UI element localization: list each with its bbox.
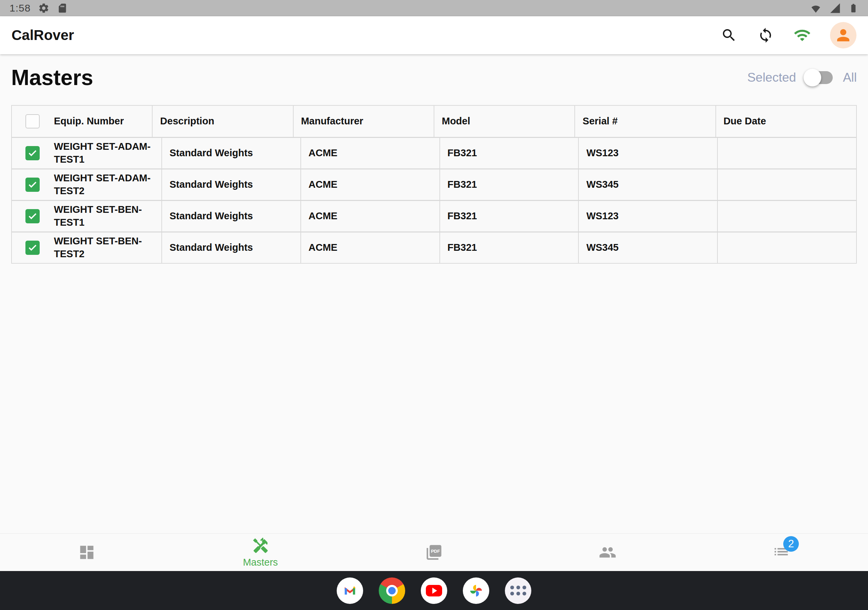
row-checkbox[interactable] bbox=[25, 178, 40, 192]
work-list-badge: 2 bbox=[783, 536, 799, 552]
table-header-row: Equip. Number Description Manufacturer M… bbox=[12, 106, 856, 137]
due-date bbox=[718, 169, 856, 200]
gmail-logo-icon bbox=[342, 583, 358, 599]
pdf-icon: PDF bbox=[425, 543, 443, 561]
equip-number: WEIGHT SET-ADAM-TEST1 bbox=[54, 140, 154, 166]
description: Standard Weights bbox=[162, 169, 301, 200]
equip-number: WEIGHT SET-BEN-TEST1 bbox=[54, 203, 154, 229]
equip-number: WEIGHT SET-BEN-TEST2 bbox=[54, 235, 154, 260]
description: Standard Weights bbox=[162, 201, 301, 231]
handyman-tools-icon bbox=[251, 537, 269, 554]
check-icon bbox=[28, 180, 38, 190]
nav-work-list[interactable]: 2 bbox=[694, 543, 868, 562]
check-icon bbox=[28, 148, 38, 158]
user-avatar[interactable] bbox=[830, 22, 857, 48]
nav-dashboard[interactable] bbox=[0, 543, 174, 561]
wifi-status-icon[interactable] bbox=[794, 26, 811, 44]
due-date bbox=[718, 201, 856, 231]
masters-table: Equip. Number Description Manufacturer M… bbox=[11, 105, 857, 264]
row-checkbox[interactable] bbox=[25, 146, 40, 160]
app-drawer-icon[interactable] bbox=[505, 577, 531, 604]
switch-thumb bbox=[804, 69, 821, 87]
settings-gear-icon bbox=[38, 2, 50, 14]
person-icon bbox=[834, 26, 852, 44]
selected-all-toggle-group: Selected All bbox=[747, 71, 857, 85]
col-model: Model bbox=[434, 106, 574, 137]
page-title: Masters bbox=[11, 65, 93, 90]
nav-masters-active[interactable]: Masters bbox=[174, 537, 347, 568]
table-row[interactable]: WEIGHT SET-BEN-TEST2 Standard Weights AC… bbox=[12, 232, 856, 263]
row-checkbox[interactable] bbox=[25, 209, 40, 223]
main-content: Masters Selected All Equip. Number Descr… bbox=[0, 54, 868, 534]
col-due-date: Due Date bbox=[716, 106, 856, 137]
people-icon bbox=[599, 543, 617, 561]
table-row[interactable]: WEIGHT SET-ADAM-TEST1 Standard Weights A… bbox=[12, 138, 856, 169]
manufacturer: ACME bbox=[301, 232, 439, 263]
toggle-off-label: Selected bbox=[747, 71, 796, 85]
model: FB321 bbox=[440, 138, 578, 169]
model: FB321 bbox=[440, 169, 578, 200]
nav-masters-label: Masters bbox=[243, 557, 278, 568]
chrome-logo-icon bbox=[386, 585, 398, 596]
sim-card-icon bbox=[57, 3, 68, 14]
dashboard-icon bbox=[78, 543, 96, 561]
photos-app-icon[interactable] bbox=[463, 577, 489, 604]
nav-people[interactable] bbox=[521, 543, 694, 561]
col-equip-number: Equip. Number bbox=[54, 115, 124, 128]
model: FB321 bbox=[440, 232, 578, 263]
manufacturer: ACME bbox=[301, 169, 439, 200]
youtube-logo-icon bbox=[426, 585, 442, 596]
status-signal-icon bbox=[829, 2, 841, 14]
bottom-nav: Masters PDF 2 bbox=[0, 534, 868, 571]
chrome-app-icon[interactable] bbox=[379, 577, 405, 604]
col-manufacturer: Manufacturer bbox=[294, 106, 434, 137]
col-serial: Serial # bbox=[575, 106, 715, 137]
status-wifi-icon bbox=[810, 2, 822, 14]
col-description: Description bbox=[153, 106, 293, 137]
serial: WS123 bbox=[579, 201, 717, 231]
table-row[interactable]: WEIGHT SET-BEN-TEST1 Standard Weights AC… bbox=[12, 201, 856, 231]
select-all-checkbox[interactable] bbox=[25, 114, 40, 129]
android-taskbar bbox=[0, 571, 868, 610]
serial: WS345 bbox=[579, 232, 717, 263]
row-checkbox[interactable] bbox=[25, 241, 40, 255]
sync-icon[interactable] bbox=[757, 26, 774, 44]
due-date bbox=[718, 138, 856, 169]
app-title: CalRover bbox=[11, 27, 74, 43]
youtube-app-icon[interactable] bbox=[421, 577, 447, 604]
serial: WS123 bbox=[579, 138, 717, 169]
search-icon[interactable] bbox=[720, 26, 738, 44]
status-bar: 1:58 bbox=[0, 0, 868, 16]
check-icon bbox=[28, 211, 38, 221]
manufacturer: ACME bbox=[301, 138, 439, 169]
status-time: 1:58 bbox=[9, 2, 31, 14]
equip-number: WEIGHT SET-ADAM-TEST2 bbox=[54, 172, 154, 197]
description: Standard Weights bbox=[162, 138, 301, 169]
nav-pdf-reports[interactable]: PDF bbox=[347, 543, 521, 561]
app-bar: CalRover bbox=[0, 16, 868, 54]
model: FB321 bbox=[440, 201, 578, 231]
photos-pinwheel-icon bbox=[468, 583, 484, 599]
due-date bbox=[718, 232, 856, 263]
toggle-on-label: All bbox=[843, 71, 857, 85]
serial: WS345 bbox=[579, 169, 717, 200]
selected-all-switch[interactable] bbox=[806, 71, 833, 84]
check-icon bbox=[28, 243, 38, 253]
svg-text:PDF: PDF bbox=[431, 549, 440, 554]
gmail-app-icon[interactable] bbox=[337, 577, 363, 604]
status-battery-icon bbox=[848, 2, 859, 14]
table-row[interactable]: WEIGHT SET-ADAM-TEST2 Standard Weights A… bbox=[12, 169, 856, 200]
description: Standard Weights bbox=[162, 232, 301, 263]
manufacturer: ACME bbox=[301, 201, 439, 231]
